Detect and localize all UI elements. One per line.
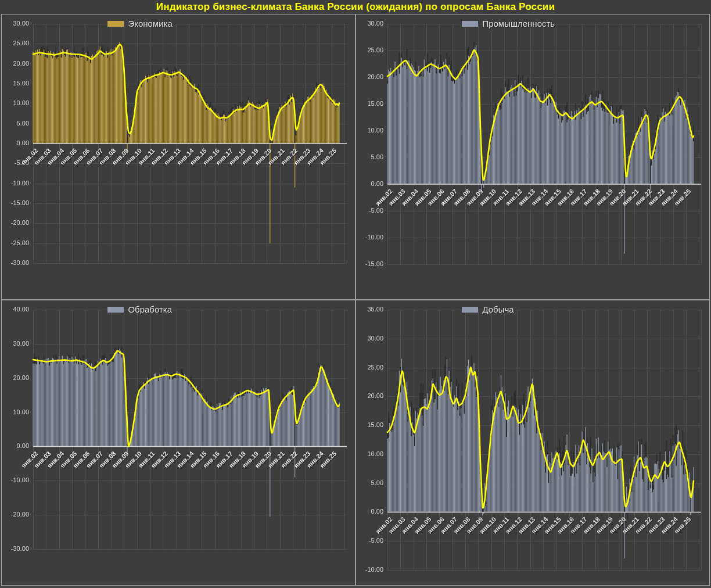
charts-grid: Экономика Промышленность Обработка Добыч… bbox=[1, 14, 710, 586]
industry-chart-canvas bbox=[356, 15, 709, 299]
mining-chart-canvas bbox=[356, 300, 709, 585]
chart-panel-mining: Добыча bbox=[356, 300, 710, 586]
page-title: Индикатор бизнес-климата Банка России (о… bbox=[0, 0, 711, 14]
manufacturing-chart-canvas bbox=[2, 300, 355, 585]
chart-panel-manufacturing: Обработка bbox=[1, 300, 356, 586]
page: Индикатор бизнес-климата Банка России (о… bbox=[0, 0, 711, 588]
chart-panel-economy: Экономика bbox=[1, 14, 356, 300]
chart-panel-industry: Промышленность bbox=[356, 14, 710, 300]
economy-chart-canvas bbox=[2, 15, 355, 299]
